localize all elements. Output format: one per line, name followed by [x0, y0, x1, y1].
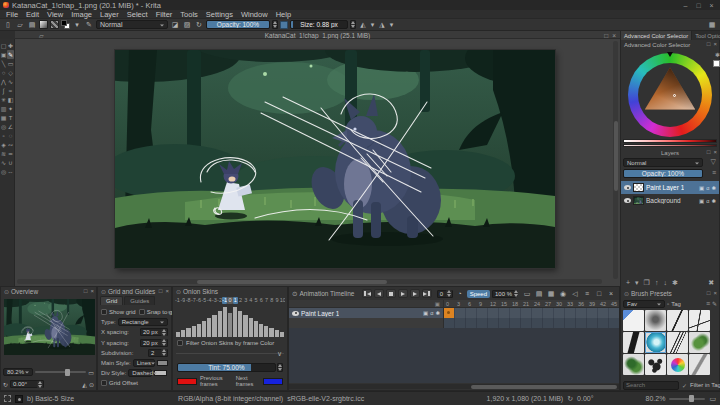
tool-dynamic-brush[interactable]: ≈	[7, 86, 14, 95]
timeline-horizontal-scrollbar[interactable]	[289, 384, 619, 389]
onion-bar[interactable]	[223, 307, 227, 337]
canvas-area[interactable]	[15, 39, 620, 286]
tint-spinner[interactable]	[277, 363, 283, 372]
rotation-icon[interactable]: ↻	[567, 395, 573, 403]
brush-preset-eraser-circle[interactable]	[623, 310, 644, 331]
duplicate-layer-button[interactable]: ❒	[644, 279, 650, 287]
menu-window[interactable]: Window	[237, 10, 272, 19]
brush-preset-marker-dry[interactable]	[623, 332, 644, 353]
opacity-slider[interactable]: Opacity: 100%	[206, 20, 270, 29]
layer-row-paint-layer-1[interactable]: Paint Layer 1▣α✱	[621, 181, 719, 194]
mirror-horizontal-icon[interactable]: ◭	[358, 20, 368, 30]
brush-preset-stamp-leaves-green[interactable]	[689, 332, 710, 353]
brush-preset-splatter-flow[interactable]	[645, 354, 666, 375]
mirror-vertical-dropdown[interactable]: ▾	[389, 20, 394, 30]
audio-icon[interactable]: ◉	[558, 289, 568, 299]
overview-zoom-slider[interactable]	[35, 371, 86, 373]
hamburger-icon[interactable]: ≡	[712, 169, 716, 176]
onion-bar[interactable]	[176, 332, 180, 337]
frame-view-icon[interactable]: ▭	[522, 289, 532, 299]
search-input[interactable]	[623, 381, 679, 390]
tab-grid[interactable]: Grid	[100, 296, 123, 305]
grid-docker-titlebar[interactable]: ⊙ Grid and Guides □ ×	[98, 287, 171, 296]
brush-preset-pencil-soft[interactable]	[689, 354, 710, 375]
open-document-icon[interactable]: ▱	[15, 20, 25, 30]
window-titlebar[interactable]: KatanaCat_1!chap_1.png (20.1 MiB) * - Kr…	[0, 0, 720, 10]
onion-toggle-icon[interactable]: ◔	[455, 289, 465, 299]
brush-preset-ink-brush-rough[interactable]	[667, 332, 688, 353]
brush-preset-watercolor-texture[interactable]	[645, 332, 666, 353]
tool-gradient[interactable]: ▥	[0, 104, 7, 113]
onion-bar[interactable]	[197, 324, 201, 337]
tool-freehand-path[interactable]: ∫	[0, 86, 7, 95]
timeline-layer-row[interactable]: Paint Layer 1 ▣α✱	[289, 308, 444, 318]
delete-layer-button[interactable]: ✖	[708, 279, 714, 287]
tool-rect-select[interactable]: ▫	[0, 131, 7, 140]
brush-preset-ink-gpen[interactable]	[667, 310, 688, 331]
eraser-mode-icon[interactable]: ◪	[170, 20, 180, 30]
onion-bar[interactable]	[192, 326, 196, 337]
keyframe-cell[interactable]	[444, 308, 454, 318]
tool-multibrush[interactable]: ✳	[0, 95, 7, 104]
tint-slider[interactable]: Tint: 75.00%	[177, 363, 276, 372]
tag-dropdown[interactable]: Fav	[623, 300, 665, 308]
onion-bar[interactable]	[259, 324, 263, 337]
subwindow-restore-icon[interactable]: □	[604, 32, 608, 39]
menu-settings[interactable]: Settings	[202, 10, 237, 19]
y-spacing-input[interactable]: 20 px	[140, 339, 168, 347]
tool-polyline[interactable]: ⋀	[0, 77, 7, 86]
new-document-icon[interactable]: ▯	[3, 20, 13, 30]
onion-number-0[interactable]: 0	[227, 297, 232, 304]
add-layer-dropdown[interactable]: ▾	[635, 279, 639, 287]
hue-ring[interactable]	[628, 53, 712, 137]
brush-editor-icon[interactable]: ✎	[84, 20, 94, 30]
tool-rectangle[interactable]: ▭	[7, 59, 14, 68]
reload-preset-icon[interactable]: ↻	[194, 20, 204, 30]
onion-docker-titlebar[interactable]: ⊙ Onion Skins	[173, 287, 287, 296]
move-layer-down-button[interactable]: ↓	[663, 279, 667, 286]
flow-swatch[interactable]	[280, 21, 288, 29]
onion-bar[interactable]	[181, 330, 185, 337]
fit-canvas-icon[interactable]: ▭	[709, 395, 716, 403]
onion-bar[interactable]	[202, 321, 206, 337]
size-slider[interactable]: Size: 0.88 px	[290, 20, 348, 29]
overview-zoom-dropdown[interactable]: 80.2%	[3, 368, 33, 376]
overview-thumbnail[interactable]	[4, 299, 95, 355]
tool-fill[interactable]: ◧	[7, 95, 14, 104]
subdivision-input[interactable]: 2	[148, 349, 168, 357]
current-color-swatch[interactable]	[713, 60, 720, 67]
pin-layer-icon[interactable]: ▣	[435, 301, 440, 307]
gradient-chooser[interactable]	[39, 20, 48, 29]
canvas-subwindow-header[interactable]: ▱ KatanaCat_1!chap_1.png (25.1 MiB) □ ×	[15, 31, 620, 39]
tab-advanced-color-selector[interactable]: Advanced Color Selector	[621, 31, 692, 40]
float-docker-icon[interactable]: □	[707, 148, 711, 157]
zoom-slider[interactable]	[669, 398, 705, 400]
speed-chip[interactable]: Speed	[467, 290, 490, 298]
close-docker-icon[interactable]: ×	[90, 287, 94, 296]
menu-view[interactable]: View	[43, 10, 67, 19]
move-layer-up-button[interactable]: ↑	[655, 279, 659, 286]
timeline-ruler-ticks[interactable]: 036912151821242730333639424548	[444, 300, 619, 308]
rotate-reset-icon[interactable]: ↻	[3, 381, 8, 388]
close-docker-icon[interactable]: ×	[713, 148, 717, 157]
speed-input[interactable]: 100 %	[492, 290, 516, 298]
tool-bezier-curve[interactable]: ∿	[7, 77, 14, 86]
layer-properties-button[interactable]: ✱	[672, 279, 678, 287]
menu-filter[interactable]: Filter	[152, 10, 177, 19]
close-icon[interactable]: ×	[706, 2, 717, 9]
tool-transform[interactable]: ▢	[0, 41, 7, 50]
div-style-dropdown[interactable]: Dashed	[128, 369, 152, 377]
menu-help[interactable]: Help	[272, 10, 295, 19]
tool-ellipse[interactable]: ○	[0, 68, 7, 77]
overview-docker-titlebar[interactable]: ⊙ Overview □ ×	[1, 287, 96, 296]
onion-bar[interactable]	[207, 318, 211, 337]
menu-layer[interactable]: Layer	[96, 10, 123, 19]
minimize-icon[interactable]: –	[680, 2, 691, 9]
tag-box-icon[interactable]: ▫	[667, 301, 669, 307]
timeline-empty-track[interactable]	[444, 318, 619, 328]
play-button[interactable]	[398, 289, 408, 298]
maximize-icon[interactable]: □	[693, 2, 704, 9]
brush-preset-airbrush-soft[interactable]	[645, 310, 666, 331]
workspace-chooser-icon[interactable]: ▦	[707, 20, 717, 30]
main-style-color[interactable]	[157, 360, 168, 366]
